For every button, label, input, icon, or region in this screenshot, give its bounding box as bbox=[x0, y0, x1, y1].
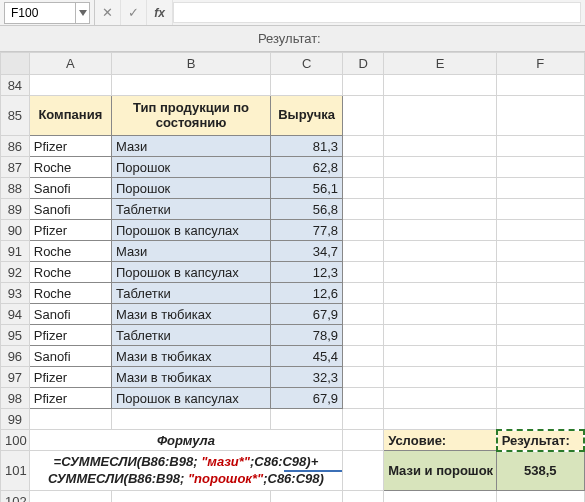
cell[interactable] bbox=[29, 75, 111, 96]
cell[interactable]: Мази и порошок bbox=[384, 451, 497, 491]
cell[interactable] bbox=[497, 304, 584, 325]
cell[interactable]: 78,9 bbox=[271, 325, 343, 346]
cell[interactable]: Pfizer bbox=[29, 325, 111, 346]
cell[interactable]: 12,6 bbox=[271, 283, 343, 304]
name-box[interactable] bbox=[4, 2, 76, 24]
cell[interactable]: Порошок в капсулах bbox=[111, 262, 270, 283]
cell[interactable] bbox=[497, 157, 584, 178]
cell[interactable] bbox=[497, 409, 584, 430]
row-header[interactable]: 92 bbox=[1, 262, 30, 283]
cell[interactable]: 32,3 bbox=[271, 367, 343, 388]
col-header-B[interactable]: B bbox=[111, 53, 270, 75]
cell[interactable]: 56,8 bbox=[271, 199, 343, 220]
cell[interactable] bbox=[384, 283, 497, 304]
cell[interactable] bbox=[343, 346, 384, 367]
cell[interactable] bbox=[384, 199, 497, 220]
cell[interactable] bbox=[497, 220, 584, 241]
formula-input[interactable] bbox=[173, 2, 581, 23]
cell[interactable]: Pfizer bbox=[29, 220, 111, 241]
cell[interactable]: Roche bbox=[29, 283, 111, 304]
cell[interactable] bbox=[343, 430, 384, 451]
cell[interactable] bbox=[497, 75, 584, 96]
row-header[interactable]: 94 bbox=[1, 304, 30, 325]
cell[interactable] bbox=[343, 220, 384, 241]
cell[interactable]: Roche bbox=[29, 262, 111, 283]
cell[interactable]: Pfizer bbox=[29, 136, 111, 157]
row-header[interactable]: 85 bbox=[1, 96, 30, 136]
cell[interactable]: Sanofi bbox=[29, 346, 111, 367]
cell[interactable] bbox=[271, 75, 343, 96]
cell[interactable]: Мази в тюбиках bbox=[111, 367, 270, 388]
cell[interactable] bbox=[343, 262, 384, 283]
cell[interactable]: Sanofi bbox=[29, 199, 111, 220]
cell[interactable] bbox=[343, 491, 384, 503]
select-all-corner[interactable] bbox=[1, 53, 30, 75]
col-header-A[interactable]: A bbox=[29, 53, 111, 75]
cell[interactable] bbox=[343, 241, 384, 262]
row-header[interactable]: 99 bbox=[1, 409, 30, 430]
cell[interactable]: Roche bbox=[29, 241, 111, 262]
cell[interactable] bbox=[384, 157, 497, 178]
cell[interactable] bbox=[384, 136, 497, 157]
cell[interactable]: Тип продукции по состоянию bbox=[111, 96, 270, 136]
formula-cell[interactable]: =СУММЕСЛИ(B86:B98; "мази*";C86:C98)+СУММ… bbox=[29, 451, 342, 491]
cell[interactable] bbox=[384, 178, 497, 199]
cell[interactable]: Порошок bbox=[111, 178, 270, 199]
cell[interactable]: Таблетки bbox=[111, 325, 270, 346]
fx-icon[interactable]: fx bbox=[147, 0, 173, 25]
cell[interactable]: Условие: bbox=[384, 430, 497, 451]
col-header-C[interactable]: C bbox=[271, 53, 343, 75]
cell[interactable]: Порошок в капсулах bbox=[111, 220, 270, 241]
cell[interactable] bbox=[384, 388, 497, 409]
cell[interactable]: Формула bbox=[29, 430, 342, 451]
cell[interactable] bbox=[497, 491, 584, 503]
cell[interactable] bbox=[343, 304, 384, 325]
cell[interactable] bbox=[384, 96, 497, 136]
row-header[interactable]: 95 bbox=[1, 325, 30, 346]
cell[interactable]: 538,5 bbox=[497, 451, 584, 491]
cell[interactable]: Таблетки bbox=[111, 199, 270, 220]
row-header[interactable]: 84 bbox=[1, 75, 30, 96]
cell[interactable] bbox=[343, 136, 384, 157]
cell[interactable] bbox=[271, 491, 343, 503]
cell[interactable]: Компания bbox=[29, 96, 111, 136]
cell[interactable] bbox=[343, 75, 384, 96]
row-header[interactable]: 93 bbox=[1, 283, 30, 304]
cell[interactable] bbox=[111, 491, 270, 503]
cell[interactable] bbox=[343, 451, 384, 491]
cell[interactable]: Порошок bbox=[111, 157, 270, 178]
cell[interactable]: 56,1 bbox=[271, 178, 343, 199]
cell[interactable]: Мази в тюбиках bbox=[111, 304, 270, 325]
row-header[interactable]: 88 bbox=[1, 178, 30, 199]
cell[interactable]: 34,7 bbox=[271, 241, 343, 262]
row-header[interactable]: 90 bbox=[1, 220, 30, 241]
cell[interactable] bbox=[343, 388, 384, 409]
cell[interactable]: Sanofi bbox=[29, 304, 111, 325]
col-header-F[interactable]: F bbox=[497, 53, 584, 75]
cell[interactable]: 67,9 bbox=[271, 388, 343, 409]
row-header[interactable]: 97 bbox=[1, 367, 30, 388]
cell[interactable]: 45,4 bbox=[271, 346, 343, 367]
cell[interactable] bbox=[497, 367, 584, 388]
cell[interactable] bbox=[497, 283, 584, 304]
name-box-dropdown[interactable] bbox=[76, 2, 90, 24]
row-header[interactable]: 87 bbox=[1, 157, 30, 178]
cell[interactable]: 77,8 bbox=[271, 220, 343, 241]
cell[interactable] bbox=[497, 199, 584, 220]
cell[interactable]: 67,9 bbox=[271, 304, 343, 325]
cell[interactable] bbox=[497, 262, 584, 283]
cell[interactable] bbox=[384, 491, 497, 503]
row-header[interactable]: 101 bbox=[1, 451, 30, 491]
cell[interactable] bbox=[384, 241, 497, 262]
cell[interactable]: Sanofi bbox=[29, 178, 111, 199]
cell[interactable]: 81,3 bbox=[271, 136, 343, 157]
cell[interactable]: Мази в тюбиках bbox=[111, 346, 270, 367]
cell[interactable]: 62,8 bbox=[271, 157, 343, 178]
cell[interactable]: Результат: bbox=[497, 430, 584, 451]
cell[interactable] bbox=[384, 75, 497, 96]
cell[interactable] bbox=[497, 241, 584, 262]
cell[interactable] bbox=[384, 409, 497, 430]
col-header-E[interactable]: E bbox=[384, 53, 497, 75]
cell[interactable] bbox=[384, 346, 497, 367]
cell[interactable] bbox=[29, 409, 111, 430]
